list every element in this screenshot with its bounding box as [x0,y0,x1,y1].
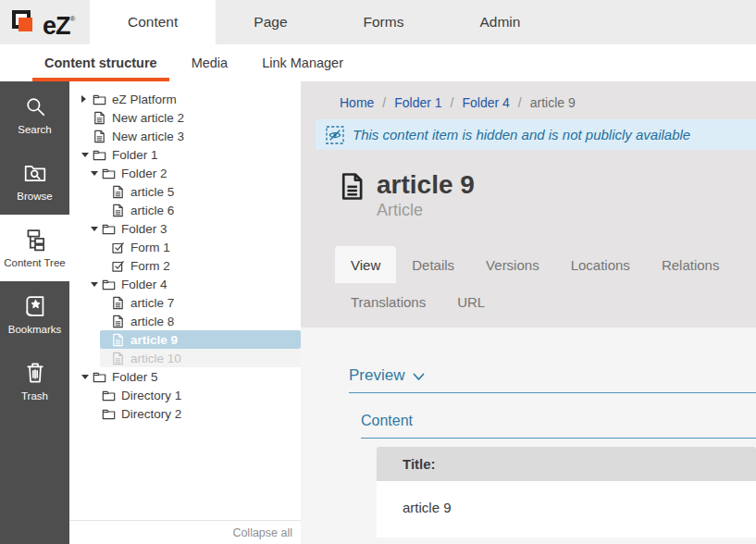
chevron-down-icon [413,373,425,381]
tree-item-folder-4[interactable]: Folder 4 [91,275,301,293]
collapse-all-button[interactable]: Collapse all [232,526,292,539]
expander-collapsed-icon[interactable] [81,95,93,103]
article-icon [111,185,125,199]
tree-item-folder-5[interactable]: Folder 5 [81,367,301,386]
tree-item-directory-1[interactable]: Directory 1 [91,386,301,404]
breadcrumb-article-9: article 9 [530,95,576,110]
tree-item-label: Folder 3 [121,222,167,236]
sidebar-item-search[interactable]: Search [0,81,69,148]
content-view-tabs: ViewDetailsVersionsLocationsRelations Tr… [335,246,756,320]
search-icon [23,94,47,118]
breadcrumb-folder-1[interactable]: Folder 1 [394,95,441,110]
main-content-area: Home/Folder 1/Folder 4/article 9 This co… [301,81,756,544]
sidebar-item-browse[interactable]: Browse [0,148,69,215]
tree-item-label: Directory 1 [121,389,181,402]
breadcrumb-home[interactable]: Home [340,95,374,110]
sidebar-item-trash[interactable]: Trash [0,348,69,414]
tab-row-1: ViewDetailsVersionsLocationsRelations [335,246,756,283]
sidebar-item-label: Content Tree [4,257,65,268]
page-title-block: article 9 Article [340,170,756,220]
tree-item-article-8[interactable]: article 8 [100,312,301,330]
tree-item-article-7[interactable]: article 7 [100,293,301,312]
tab-relations[interactable]: Relations [646,246,736,283]
tab-translations[interactable]: Translations [335,283,441,320]
tree-item-form-1[interactable]: Form 1 [100,238,301,256]
breadcrumb-separator: / [451,95,454,110]
folder-icon [102,222,116,236]
article-icon [111,296,125,310]
top-tab-forms[interactable]: Forms [326,0,442,44]
article-icon [93,130,106,143]
tree-item-label: Directory 2 [121,407,181,421]
breadcrumb-folder-4[interactable]: Folder 4 [463,95,510,110]
tab-row-2: TranslationsURL [335,283,756,320]
folder-icon [102,167,116,180]
tab-url[interactable]: URL [441,283,501,320]
browse-icon [23,161,47,185]
content-section-label: Content [361,413,413,429]
top-tab-admin[interactable]: Admin [441,0,558,44]
workspace: SearchBrowseContent TreeBookmarksTrash e… [0,81,756,544]
expander-expanded-icon[interactable] [81,375,93,379]
ez-logo[interactable]: eZ® [0,0,90,44]
alert-text: This content item is hidden and is not p… [353,127,690,142]
tab-details[interactable]: Details [396,246,470,283]
folder-icon [93,370,106,384]
tree-item-article-6[interactable]: article 6 [100,201,301,219]
tree-item-form-2[interactable]: Form 2 [100,256,301,275]
subnav-tab-media[interactable]: Media [180,44,241,81]
tree-item-label: Folder 5 [112,370,158,384]
top-nav-bar: eZ® ContentPageFormsAdmin [0,0,756,44]
top-tab-content[interactable]: Content [90,0,216,44]
content-header: Home/Folder 1/Folder 4/article 9 This co… [301,81,756,328]
subnav-tab-link-manager[interactable]: Link Manager [250,44,355,81]
tree-item-new-article-3[interactable]: New article 3 [81,127,301,145]
tree-item-folder-1[interactable]: Folder 1 [81,145,301,164]
content-tree-panel: eZ PlatformNew article 2New article 3Fol… [69,81,301,544]
tab-view[interactable]: View [335,246,396,283]
tree-item-label: article 6 [130,204,174,217]
content-type-label: Article [377,200,475,220]
left-sidebar: SearchBrowseContent TreeBookmarksTrash [0,81,69,544]
tree-item-article-5[interactable]: article 5 [100,182,301,201]
breadcrumb-separator: / [518,95,522,110]
tree-footer: Collapse all [69,520,301,544]
page-title: article 9 [377,170,475,200]
preview-section-toggle[interactable]: Preview [349,366,756,393]
trademark-symbol: ® [70,15,76,23]
expander-expanded-icon[interactable] [91,171,102,176]
expander-expanded-icon[interactable] [81,153,93,157]
sidebar-item-content-tree[interactable]: Content Tree [0,215,69,281]
top-tab-page[interactable]: Page [216,0,325,44]
tree-item-new-article-2[interactable]: New article 2 [81,108,301,127]
folder-icon [102,407,116,421]
subnav-tab-content-structure[interactable]: Content structure [32,44,169,81]
expander-expanded-icon[interactable] [91,282,102,287]
tree-item-label: article 8 [130,315,174,328]
tree-item-ez-platform[interactable]: eZ Platform [81,90,301,108]
top-tabs: ContentPageFormsAdmin [90,0,558,44]
field-table: Title: article 9 [377,447,756,538]
tree-item-article-10[interactable]: article 10 [100,349,301,367]
field-value-title: article 9 [377,481,756,538]
tree-item-directory-2[interactable]: Directory 2 [91,404,301,423]
tab-versions[interactable]: Versions [470,246,555,283]
tree-item-label: article 9 [130,333,178,347]
tree-item-article-9[interactable]: article 9 [100,330,301,349]
form-icon [111,241,125,254]
tab-locations[interactable]: Locations [555,246,646,283]
tree-item-label: Folder 2 [121,167,167,180]
article-icon [93,111,106,125]
preview-section-label: Preview [349,366,404,385]
folder-icon [93,93,106,106]
content-section-heading: Content [361,413,756,439]
tree-item-label: Form 1 [130,241,170,254]
expander-expanded-icon[interactable] [91,227,102,231]
article-icon [111,333,125,347]
tree-item-folder-2[interactable]: Folder 2 [91,164,301,182]
article-type-icon [340,172,365,220]
tree-item-folder-3[interactable]: Folder 3 [91,219,301,238]
breadcrumb-separator: / [382,95,386,110]
sidebar-item-bookmarks[interactable]: Bookmarks [0,281,69,348]
folder-icon [93,148,106,162]
